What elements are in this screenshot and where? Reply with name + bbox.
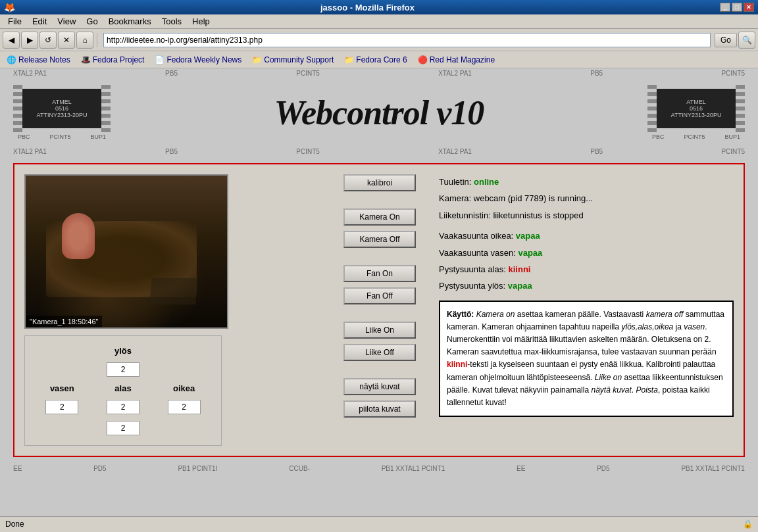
chip-right: ATMEL0516ATTINY2313-20PU	[647, 85, 745, 132]
pystysuunta-alas-status: Pystysuunta alas: kiinni	[439, 262, 734, 277]
pystysuunta-ylos-status: Pystysuunta ylös: vapaa	[439, 278, 734, 293]
top-pin-labels: XTAL2 PA1 PB5 PCINT5 XTAL2 PA1 PB5 PCINT…	[0, 68, 758, 78]
bookmark-icon-6: 🔴	[418, 55, 428, 64]
fan-on-button[interactable]: Fan On	[343, 265, 416, 282]
home-button[interactable]: ⌂	[76, 32, 93, 49]
menu-help[interactable]: Help	[187, 15, 215, 28]
bookmark-icon-4: 📁	[252, 55, 262, 64]
bookmark-icon-5: 📁	[344, 55, 354, 64]
bookmark-icon-3: 📄	[155, 55, 164, 64]
lock-icon: 🔒	[743, 520, 753, 529]
mid-pin-labels: XTAL2 PA1 PB5 PCINT5 XTAL2 PA1 PB5 PCINT…	[0, 147, 758, 157]
bookmark-release-notes[interactable]: 🌐 Release Notes	[3, 54, 74, 66]
bookmark-fedora-core[interactable]: 📁 Fedora Core 6	[340, 54, 411, 66]
close-button[interactable]: ✕	[744, 3, 754, 12]
instructions-kamera-on: Kamera on	[476, 310, 515, 319]
vaakasuunta-vasen-status: Vaakasuunta vasen: vapaa	[439, 245, 734, 260]
alas-input[interactable]	[107, 400, 139, 414]
kiinni-text: kiinni	[447, 360, 467, 369]
instructions-box: Käyttö: Kamera on asettaa kameran päälle…	[439, 301, 734, 418]
statusbar-text: Done	[5, 520, 24, 529]
liike-off-button[interactable]: Liike Off	[343, 344, 416, 361]
oikea-input[interactable]	[168, 400, 201, 414]
pystysuunta-alas-label: Pystysuunta alas:	[439, 264, 506, 274]
tuuletin-value: online	[474, 177, 499, 187]
chip-left-bottom-labels: PBCPCINT5BUP1	[18, 133, 106, 140]
pystysuunta-alas-value: kiinni	[509, 264, 531, 274]
instructions-liike-on: Liike on	[595, 373, 622, 382]
vaakasuunta-vasen-value: vapaa	[518, 248, 542, 258]
menu-view[interactable]: View	[52, 15, 81, 28]
kamera-status: Kamera: webcam (pid 7789) is running...	[439, 191, 734, 206]
chip-left-right-pins	[101, 85, 111, 132]
menu-go[interactable]: Go	[81, 15, 103, 28]
main-content-box: "Kamera_1 18:50:46" ylös	[13, 163, 745, 457]
pystysuunta-ylos-value: vapaa	[508, 281, 532, 291]
vaakasuunta-oikea-label: Vaakasuunta oikea:	[439, 231, 513, 241]
bookmark-redhat[interactable]: 🔴 Red Hat Magazine	[414, 54, 499, 66]
camera-feed: "Kamera_1 18:50:46"	[24, 174, 228, 329]
menu-tools[interactable]: Tools	[157, 15, 187, 28]
kalibroi-button[interactable]: kalibroi	[343, 174, 416, 191]
bookmark-icon-1: 🌐	[7, 55, 16, 64]
reload-button[interactable]: ↺	[39, 32, 57, 49]
window-controls: _ □ ✕	[720, 3, 754, 12]
menu-file[interactable]: File	[3, 15, 27, 28]
bookmark-icon-2: 🎩	[81, 55, 91, 64]
instructions-vasen: vasen	[684, 322, 705, 331]
chip-left-pins	[13, 85, 22, 132]
bookmark-community[interactable]: 📁 Community Support	[248, 54, 338, 66]
go-button[interactable]: Go	[715, 33, 737, 47]
instructions-directions: ylös,alas,oikea	[622, 322, 674, 331]
back-button[interactable]: ◀	[3, 32, 20, 49]
address-bar	[103, 33, 711, 47]
chip-right-pins	[647, 85, 657, 132]
camera-object	[149, 278, 197, 304]
pystysuunta-ylos-label: Pystysuunta ylös:	[439, 281, 505, 291]
chip-left-container: ATMEL0516ATTINY2313-20PU PBCPCINT5BUP1	[13, 85, 111, 140]
alas-label: alas	[96, 383, 151, 393]
bookmark-fedora-weekly[interactable]: 📄 Fedora Weekly News	[151, 54, 245, 66]
instructions-kamera-off: kamera off	[646, 310, 684, 319]
vaakasuunta-vasen-label: Vaakasuunta vasen:	[439, 248, 516, 258]
vaakasuunta-oikea-value: vapaa	[516, 231, 540, 241]
menu-edit[interactable]: Edit	[27, 15, 52, 28]
kamera-on-button[interactable]: Kamera On	[343, 208, 416, 226]
toolbar-separator	[97, 33, 97, 47]
menu-bookmarks[interactable]: Bookmarks	[103, 15, 157, 28]
fan-off-button[interactable]: Fan Off	[343, 287, 416, 304]
liiketunnistin-value: liiketunnistus is stopped	[493, 210, 583, 220]
address-input[interactable]	[107, 36, 707, 45]
instructions-intro: Käyttö:	[447, 310, 474, 319]
liike-on-button[interactable]: Liike On	[343, 322, 416, 339]
chip-left: ATMEL0516ATTINY2313-20PU	[13, 85, 111, 132]
camera-section: "Kamera_1 18:50:46" ylös	[24, 174, 334, 446]
window-title: jassoo - Mozilla Firefox	[15, 3, 720, 12]
stop-button[interactable]: ✕	[58, 32, 75, 49]
center-input[interactable]	[107, 421, 139, 435]
search-button[interactable]: 🔍	[738, 32, 755, 49]
minimize-button[interactable]: _	[720, 3, 730, 12]
piilota-kuvat-button[interactable]: piilota kuvat	[343, 400, 416, 418]
camera-scene	[26, 176, 227, 327]
bookmark-fedora-project[interactable]: 🎩 Fedora Project	[77, 54, 149, 66]
firefox-icon: 🦊	[4, 2, 15, 12]
titlebar: 🦊 jassoo - Mozilla Firefox _ □ ✕	[0, 0, 758, 14]
direction-table: ylös vasen	[32, 343, 215, 439]
chip-left-body: ATMEL0516ATTINY2313-20PU	[22, 89, 101, 128]
direction-grid: ylös vasen	[24, 335, 222, 446]
ylos-input[interactable]	[107, 362, 139, 377]
tuuletin-status: Tuuletin: online	[439, 174, 734, 189]
kamera-value: webcam (pid 7789) is running...	[474, 193, 593, 203]
controls-section: kalibroi Kamera On Kamera Off Fan On Fan…	[343, 174, 429, 446]
forward-button[interactable]: ▶	[21, 32, 38, 49]
vasen-input[interactable]	[45, 400, 78, 414]
camera-timestamp: "Kamera_1 18:50:46"	[26, 316, 102, 327]
nayta-kuvat-button[interactable]: näytä kuvat	[343, 378, 416, 395]
status-section: Tuuletin: online Kamera: webcam (pid 778…	[439, 174, 734, 446]
toolbar: ◀ ▶ ↺ ✕ ⌂ Go 🔍	[0, 29, 758, 51]
kamera-off-button[interactable]: Kamera Off	[343, 231, 416, 248]
chip-right-right-pins	[736, 85, 745, 132]
maximize-button[interactable]: □	[732, 3, 742, 12]
liiketunnistin-label: Liiketunnistin:	[439, 210, 491, 220]
